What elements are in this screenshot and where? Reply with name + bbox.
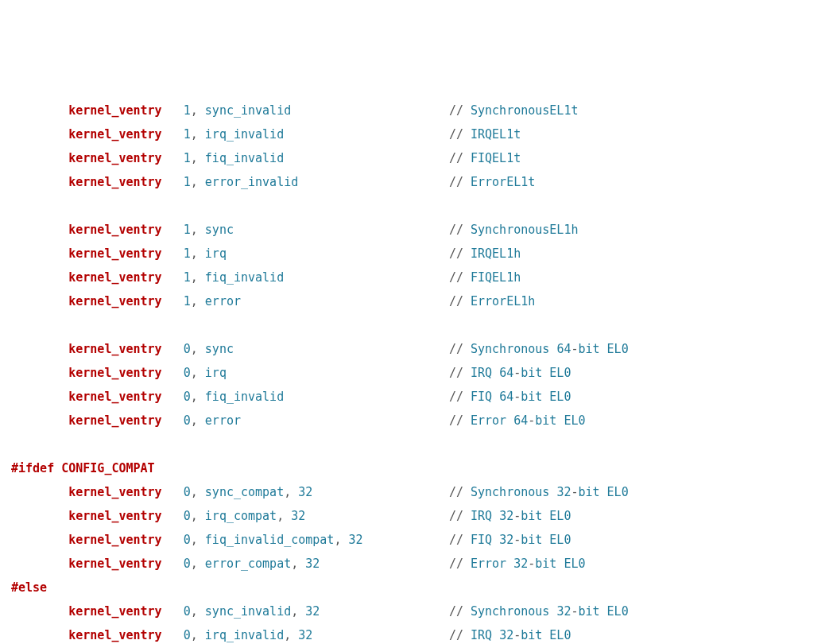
code-line: kernel_ventry 0, sync_compat, 32 // Sync…	[11, 480, 822, 504]
comma: ,	[191, 509, 198, 523]
comment-suffix: bit EL0	[521, 366, 571, 380]
comment-prefix: Error	[471, 413, 513, 428]
comment-bitwidth: 32	[499, 509, 513, 523]
comment-bitwidth: 32	[556, 485, 571, 499]
comment-slash: //	[449, 485, 471, 499]
el-level: 0	[184, 533, 191, 547]
comma: ,	[191, 485, 198, 499]
bits-arg: 32	[305, 557, 320, 571]
code-line: kernel_ventry 0, fiq_invalid_compat, 32 …	[11, 528, 822, 552]
macro-name: kernel_ventry	[68, 246, 161, 261]
comma: ,	[277, 509, 284, 523]
comma: ,	[291, 604, 298, 619]
code-line: kernel_ventry 1, fiq_invalid // FIQEL1t	[11, 146, 822, 170]
comma: ,	[191, 604, 198, 619]
el-level: 1	[184, 127, 191, 142]
comment-suffix: bit EL0	[535, 557, 585, 571]
comment-suffix: bit EL0	[521, 533, 571, 547]
el-level: 0	[184, 413, 191, 428]
handler-name: irq_invalid	[205, 127, 284, 142]
comment-prefix: Synchronous	[471, 604, 556, 619]
comma: ,	[334, 533, 341, 547]
comma: ,	[191, 557, 198, 571]
comma: ,	[191, 246, 198, 261]
code-line: kernel_ventry 1, error // ErrorEL1h	[11, 289, 822, 313]
code-line: kernel_ventry 0, fiq_invalid // FIQ 64-b…	[11, 385, 822, 409]
preprocessor-directive: #else	[11, 580, 47, 595]
handler-name: sync	[205, 223, 234, 237]
code-line: kernel_ventry 0, irq_compat, 32 // IRQ 3…	[11, 504, 822, 528]
comma: ,	[191, 270, 198, 285]
comment-suffix: bit EL0	[578, 485, 628, 499]
dash: -	[513, 628, 521, 642]
macro-name: kernel_ventry	[68, 557, 161, 571]
el-level: 1	[184, 270, 191, 285]
macro-name: kernel_ventry	[68, 533, 161, 547]
handler-name: fiq_invalid_compat	[205, 533, 335, 547]
el-level: 1	[184, 103, 191, 118]
bits-arg: 32	[298, 485, 312, 499]
bits-arg: 32	[305, 604, 320, 619]
macro-name: kernel_ventry	[68, 223, 161, 237]
macro-name: kernel_ventry	[68, 509, 161, 523]
macro-name: kernel_ventry	[68, 175, 161, 189]
comment-prefix: IRQ	[471, 366, 499, 380]
comment-prefix: FIQ	[471, 270, 492, 285]
code-line: kernel_ventry 1, sync // SynchronousEL1h	[11, 218, 822, 242]
el-level: 0	[184, 604, 191, 619]
code-line: kernel_ventry 0, error_compat, 32 // Err…	[11, 552, 822, 576]
code-line: kernel_ventry 0, sync // Synchronous 64-…	[11, 337, 822, 361]
el-level: 0	[184, 485, 191, 499]
handler-name: sync_invalid	[205, 604, 291, 619]
comment-slash: //	[449, 557, 471, 571]
code-line: kernel_ventry 1, error_invalid // ErrorE…	[11, 170, 822, 194]
macro-name: kernel_ventry	[68, 127, 161, 142]
code-line	[11, 194, 822, 218]
macro-name: kernel_ventry	[68, 270, 161, 285]
comment-prefix: IRQ	[471, 246, 492, 261]
dash: -	[513, 366, 521, 380]
comment-prefix: FIQ	[471, 390, 499, 404]
macro-name: kernel_ventry	[68, 628, 161, 642]
comment-slash: //	[449, 628, 471, 642]
comment-suffix: EL1t	[492, 127, 521, 142]
comment-prefix: Synchronous	[471, 342, 556, 356]
comma: ,	[191, 294, 198, 308]
macro-name: kernel_ventry	[68, 604, 161, 619]
comment-slash: //	[449, 342, 471, 356]
comma: ,	[191, 103, 198, 118]
comment-slash: //	[449, 390, 471, 404]
comment-prefix: FIQ	[471, 151, 492, 165]
dash: -	[513, 509, 521, 523]
code-line: kernel_ventry 1, irq // IRQEL1h	[11, 242, 822, 266]
code-line: kernel_ventry 1, irq_invalid // IRQEL1t	[11, 122, 822, 146]
comment-slash: //	[449, 246, 471, 261]
handler-name: irq_invalid	[205, 628, 284, 642]
dash: -	[513, 390, 521, 404]
comment-slash: //	[449, 604, 471, 619]
macro-name: kernel_ventry	[68, 485, 161, 499]
el-level: 0	[184, 628, 191, 642]
handler-name: error	[205, 294, 241, 308]
comment-bitwidth: 32	[513, 557, 528, 571]
macro-name: kernel_ventry	[68, 103, 161, 118]
handler-name: error_invalid	[205, 175, 298, 189]
comment-suffix: EL1h	[506, 294, 535, 308]
macro-name: kernel_ventry	[68, 151, 161, 165]
handler-name: fiq_invalid	[205, 390, 284, 404]
el-level: 0	[184, 366, 191, 380]
comment-prefix: IRQ	[471, 628, 499, 642]
el-level: 0	[184, 557, 191, 571]
comment-slash: //	[449, 366, 471, 380]
comma: ,	[191, 342, 198, 356]
comment-prefix: IRQ	[471, 127, 492, 142]
handler-name: fiq_invalid	[205, 151, 284, 165]
handler-name: irq	[205, 366, 227, 380]
code-listing: kernel_ventry 1, sync_invalid // Synchro…	[11, 99, 822, 644]
handler-name: error_compat	[205, 557, 291, 571]
comment-bitwidth: 64	[499, 366, 513, 380]
code-line: kernel_ventry 0, sync_invalid, 32 // Syn…	[11, 599, 822, 623]
el-level: 0	[184, 390, 191, 404]
comment-suffix: bit EL0	[578, 342, 628, 356]
handler-name: error	[205, 413, 241, 428]
